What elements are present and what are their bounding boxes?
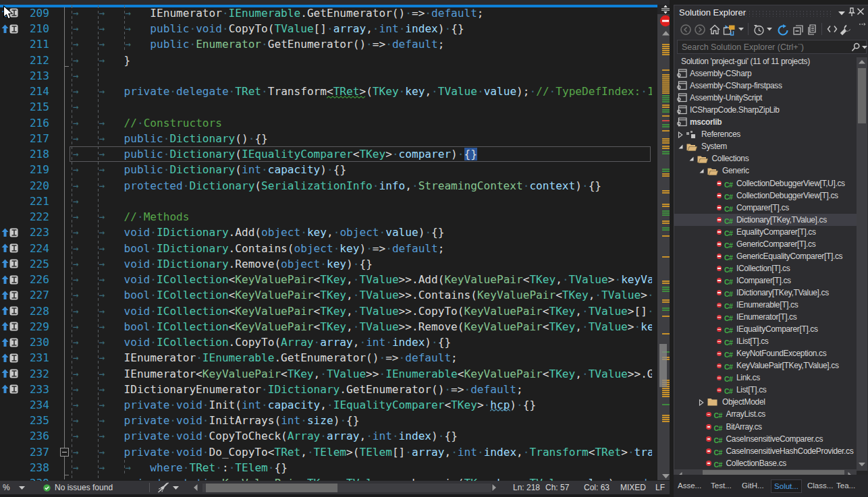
code-line-221[interactable]: 221→ <box>0 194 652 209</box>
tree-item-comparer-t-cs[interactable]: C#Comparer[T].cs <box>674 202 857 214</box>
tree-item-label[interactable]: References <box>701 128 740 140</box>
code-line-209[interactable]: 209→→→IEnumerator·IEnumerable.GetEnumera… <box>0 5 652 21</box>
code-editor[interactable]: 209→→→IEnumerator·IEnumerable.GetEnumera… <box>0 0 670 497</box>
pending-changes-filter-icon[interactable] <box>753 24 765 36</box>
tree-item-label[interactable]: GenericEqualityComparer[T].cs <box>736 250 842 262</box>
code-line-214[interactable]: 214→→private·delegate·TRet·Transform<TRe… <box>0 84 652 99</box>
reference-up-indicator-icon[interactable] <box>1 243 19 253</box>
tree-item-label[interactable]: ICollection[T].cs <box>736 262 790 274</box>
tree-item-label[interactable]: GenericComparer[T].cs <box>736 238 815 250</box>
tree-item-ienumerable-t-cs[interactable]: C#IEnumerable[T].cs <box>674 299 857 311</box>
tree-item-idictionary-tkey-tvalue-cs[interactable]: C#IDictionary[TKey,TValue].cs <box>674 287 857 299</box>
code-line-216[interactable]: 216→→//·Constructors <box>0 115 652 131</box>
tree-item-genericcomparer-t-cs[interactable]: C#GenericComparer[T].cs <box>674 238 857 250</box>
tree-item-collections[interactable]: Collections <box>674 152 857 165</box>
code-line-210[interactable]: 210→→→public·void·CopyTo(TValue[]·array,… <box>0 21 652 36</box>
tree-item-label[interactable]: IComparer[T].cs <box>736 274 791 287</box>
code-cleanup-chevron-icon[interactable] <box>173 486 179 490</box>
solution-tree[interactable]: Solution 'project-gui' (11 of 11 project… <box>674 55 868 469</box>
tree-item-label[interactable]: IDictionary[TKey,TValue].cs <box>736 287 829 299</box>
properties-wrench-icon[interactable] <box>840 24 851 36</box>
toolbar-overflow-icon[interactable] <box>859 22 866 27</box>
reference-up-indicator-icon[interactable] <box>1 228 19 237</box>
tree-vertical-scrollbar[interactable] <box>857 57 867 471</box>
tree-item-label[interactable]: Solution 'project-gui' (11 of 11 project… <box>681 55 810 67</box>
scroll-down-icon[interactable] <box>662 474 670 479</box>
tree-item-label[interactable]: mscorlib <box>690 116 722 128</box>
expanded-arrow-icon[interactable] <box>699 168 705 174</box>
tree-item-label[interactable]: Assembly-CSharp <box>690 67 751 80</box>
tree-item-dictionary-tkey-tvalue-cs[interactable]: C#Dictionary[TKey,TValue].cs <box>674 214 857 226</box>
code-line-212[interactable]: 212→→} <box>0 53 652 68</box>
editor-horizontal-scrollbar[interactable] <box>202 484 491 492</box>
tree-item-icsharpcode-sharpziplib[interactable]: ICSharpCode.SharpZipLib <box>674 104 857 116</box>
tree-scrollbar-thumb[interactable] <box>858 68 866 123</box>
reference-up-indicator-icon[interactable] <box>1 369 19 378</box>
tree-item-references[interactable]: References <box>674 128 857 140</box>
tree-item-generic[interactable]: Generic <box>674 165 857 177</box>
tree-item-label[interactable]: List[T].cs <box>736 384 767 396</box>
window-menu-icon[interactable] <box>838 11 845 16</box>
tree-item-label[interactable]: KeyNotFoundException.cs <box>736 347 826 359</box>
scrollbar-split-handle[interactable] <box>657 5 670 14</box>
tree-item-label[interactable]: Assembly-UnityScript <box>690 92 762 104</box>
pin-icon[interactable] <box>848 7 856 18</box>
sync-with-active-document-icon[interactable] <box>777 24 789 36</box>
search-box[interactable]: Search Solution Explorer (Ctrl+¨) <box>677 40 867 54</box>
tree-item-label[interactable]: System <box>701 140 727 152</box>
tree-item-label[interactable]: CaseInsensitiveHashCodeProvider.cs <box>726 445 854 457</box>
tree-item-icollection-t-cs[interactable]: C#ICollection[T].cs <box>674 262 857 274</box>
code-line-217[interactable]: 217→→public·Dictionary()·{} <box>0 131 652 146</box>
solution-explorer-titlebar[interactable]: Solution Explorer <box>674 5 868 20</box>
view-code-icon[interactable] <box>827 24 838 34</box>
editor-vertical-scrollbar[interactable] <box>657 5 670 480</box>
code-line-233[interactable]: 233→→IDictionaryEnumerator·IDictionary.G… <box>0 382 652 397</box>
code-area[interactable]: 209→→→IEnumerator·IEnumerable.GetEnumera… <box>0 0 670 497</box>
tree-item-genericequalitycomparer-t-cs[interactable]: C#GenericEqualityComparer[T].cs <box>674 250 857 262</box>
code-line-219[interactable]: 219→→public·Dictionary(int·capacity)·{} <box>0 162 652 177</box>
tree-item-arraylist-cs[interactable]: C#ArrayList.cs <box>674 408 857 420</box>
tree-item-bitarray-cs[interactable]: C#BitArray.cs <box>674 421 857 433</box>
tree-item-collectiondebuggerview-t-u-cs[interactable]: C#CollectionDebuggerView[T,U].cs <box>674 177 857 189</box>
collapsed-arrow-icon[interactable] <box>699 399 705 406</box>
tree-item-collectionbase-cs[interactable]: C#CollectionBase.cs <box>674 457 857 469</box>
reference-up-indicator-icon[interactable] <box>1 306 19 316</box>
hscroll-right-icon[interactable] <box>492 484 496 491</box>
tree-item-label[interactable]: CaseInsensitiveComparer.cs <box>726 433 823 445</box>
tree-item-objectmodel[interactable]: ObjectModel <box>674 396 857 408</box>
tree-item-label[interactable]: CollectionDebuggerView[T].cs <box>736 189 838 202</box>
tree-item-label[interactable]: ArrayList.cs <box>726 408 765 420</box>
code-line-238[interactable]: 238→→→where·TRet·:·TElem·{} <box>0 460 652 475</box>
code-line-232[interactable]: 232→→IEnumerator<KeyValuePair<TKey,·TVal… <box>0 366 652 382</box>
collapsed-arrow-icon[interactable] <box>678 131 684 138</box>
tree-item-label[interactable]: Collections <box>712 152 749 165</box>
expanded-arrow-icon[interactable] <box>678 144 684 150</box>
reference-up-indicator-icon[interactable] <box>1 275 19 285</box>
code-line-230[interactable]: 230→→void·ICollection.CopyTo(Array·array… <box>0 334 652 350</box>
code-line-237[interactable]: 237→→private·void·Do_CopyTo<TRet,·TElem>… <box>0 444 652 460</box>
switch-views-chevron-icon[interactable] <box>738 28 744 31</box>
tree-item-label[interactable]: IEnumerator[T].cs <box>736 311 796 323</box>
reference-up-indicator-icon[interactable] <box>1 259 19 268</box>
code-line-225[interactable]: 225→→void·IDictionary.Remove(object·key)… <box>0 256 652 272</box>
code-line-227[interactable]: 227→→bool·ICollection<KeyValuePair<TKey,… <box>0 287 652 303</box>
tree-item-label[interactable]: EqualityComparer[T].cs <box>736 226 816 238</box>
code-line-223[interactable]: 223→→void·IDictionary.Add(object·key,·ob… <box>0 225 652 240</box>
code-line-222[interactable]: 222→→//·Methods <box>0 209 652 225</box>
tree-item-iequalitycomparer-t-cs[interactable]: C#IEqualityComparer[T].cs <box>674 323 857 335</box>
tool-window-tab-class[interactable]: Class... <box>807 479 833 493</box>
tool-window-tab-solut[interactable]: Solut... <box>771 479 802 493</box>
search-icon[interactable] <box>851 42 861 52</box>
tree-item-caseinsensitivehashcodeprovider-cs[interactable]: C#CaseInsensitiveHashCodeProvider.cs <box>674 445 857 457</box>
tree-item-assembly-csharp[interactable]: Assembly-CSharp <box>674 67 857 80</box>
code-line-235[interactable]: 235→→private·void·InitArrays(int·size)·{… <box>0 413 652 428</box>
close-icon[interactable] <box>857 8 864 15</box>
navigate-back-icon[interactable] <box>680 24 691 35</box>
tree-scroll-up-icon[interactable] <box>859 60 865 64</box>
tree-item-label[interactable]: IEnumerable[T].cs <box>736 299 798 311</box>
tool-window-tab-gith[interactable]: GitH... <box>742 479 764 493</box>
tree-item-label[interactable]: BitArray.cs <box>726 421 762 433</box>
tree-item-label[interactable]: Comparer[T].cs <box>736 202 789 214</box>
tree-item-equalitycomparer-t-cs[interactable]: C#EqualityComparer[T].cs <box>674 226 857 238</box>
reference-up-indicator-icon[interactable] <box>1 338 19 347</box>
